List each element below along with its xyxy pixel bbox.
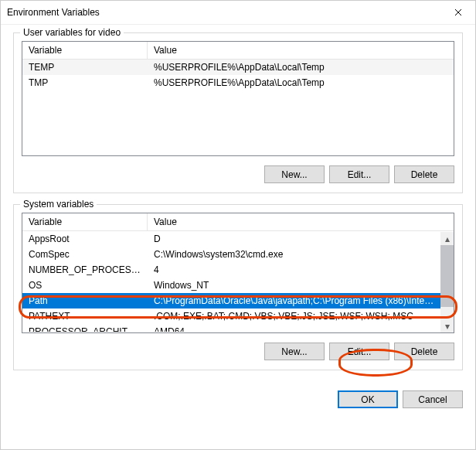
scroll-down-arrow-icon[interactable]: ▾ [440, 319, 454, 332]
table-row[interactable]: PathC:\ProgramData\Oracle\Java\javapath;… [22, 293, 440, 309]
window-title: Environment Variables [7, 7, 440, 18]
user-delete-button[interactable]: Delete [394, 165, 454, 183]
cell-variable: OS [22, 278, 148, 293]
titlebar: Environment Variables [1, 1, 475, 25]
table-row[interactable]: TEMP%USERPROFILE%\AppData\Local\Temp [22, 60, 454, 75]
cell-value: AMD64 [148, 324, 440, 332]
cell-variable: AppsRoot [22, 231, 148, 247]
scroll-thumb[interactable] [440, 245, 454, 307]
environment-variables-dialog: Environment Variables User variables for… [0, 0, 476, 450]
table-row[interactable]: TMP%USERPROFILE%\AppData\Local\Temp [22, 75, 454, 90]
user-edit-button[interactable]: Edit... [329, 165, 389, 183]
user-variables-buttons: New... Edit... Delete [22, 165, 454, 183]
cell-variable: PATHEXT [22, 309, 148, 324]
system-delete-button[interactable]: Delete [394, 343, 454, 360]
system-variables-list[interactable]: Variable Value AppsRootDComSpecC:\Window… [22, 213, 454, 333]
cancel-button[interactable]: Cancel [403, 390, 463, 408]
user-list-header: Variable Value [22, 42, 454, 60]
table-row[interactable]: ComSpecC:\Windows\system32\cmd.exe [22, 247, 440, 262]
column-header-variable[interactable]: Variable [22, 213, 148, 230]
user-variables-group: User variables for video Variable Value … [13, 32, 463, 193]
column-header-value[interactable]: Value [148, 42, 454, 59]
cell-variable: TMP [22, 75, 148, 90]
table-row[interactable]: PROCESSOR_ARCHITECTUREAMD64 [22, 324, 440, 332]
table-row[interactable]: NUMBER_OF_PROCESSORS4 [22, 262, 440, 278]
system-variables-group: System variables Variable Value AppsRoot… [13, 204, 463, 370]
cell-value: C:\ProgramData\Oracle\Java\javapath;C:\P… [148, 293, 440, 309]
user-variables-title: User variables for video [20, 27, 124, 38]
cell-variable: Path [22, 293, 148, 309]
column-header-value[interactable]: Value [148, 213, 454, 230]
cell-value: %USERPROFILE%\AppData\Local\Temp [148, 75, 454, 90]
system-variables-buttons: New... Edit... Delete [22, 343, 454, 360]
table-row[interactable]: OSWindows_NT [22, 278, 440, 293]
user-variables-list[interactable]: Variable Value TEMP%USERPROFILE%\AppData… [22, 41, 454, 156]
system-variables-title: System variables [20, 199, 97, 210]
cell-value: 4 [148, 262, 440, 278]
user-new-button[interactable]: New... [264, 165, 325, 183]
cell-value: C:\Windows\system32\cmd.exe [148, 247, 440, 262]
ok-button[interactable]: OK [338, 390, 398, 408]
cell-variable: ComSpec [22, 247, 148, 262]
cell-value: %USERPROFILE%\AppData\Local\Temp [148, 60, 454, 75]
cell-value: .COM;.EXE;.BAT;.CMD;.VBS;.VBE;.JS;.JSE;.… [148, 309, 440, 324]
close-icon [454, 9, 462, 16]
table-row[interactable]: AppsRootD [22, 231, 440, 247]
system-list-header: Variable Value [22, 213, 454, 231]
table-row[interactable]: PATHEXT.COM;.EXE;.BAT;.CMD;.VBS;.VBE;.JS… [22, 309, 440, 324]
cell-variable: NUMBER_OF_PROCESSORS [22, 262, 148, 278]
scroll-up-arrow-icon[interactable]: ▴ [440, 232, 454, 245]
close-button[interactable] [440, 1, 475, 24]
cell-value: D [148, 231, 440, 247]
system-edit-button[interactable]: Edit... [329, 343, 389, 360]
cell-value: Windows_NT [148, 278, 440, 293]
column-header-variable[interactable]: Variable [22, 42, 148, 59]
system-list-scrollbar[interactable]: ▴ ▾ [440, 232, 454, 332]
cell-variable: TEMP [22, 60, 148, 75]
scroll-track[interactable] [440, 245, 454, 319]
system-new-button[interactable]: New... [264, 343, 325, 360]
cell-variable: PROCESSOR_ARCHITECTURE [22, 324, 148, 332]
dialog-footer: OK Cancel [1, 381, 475, 418]
